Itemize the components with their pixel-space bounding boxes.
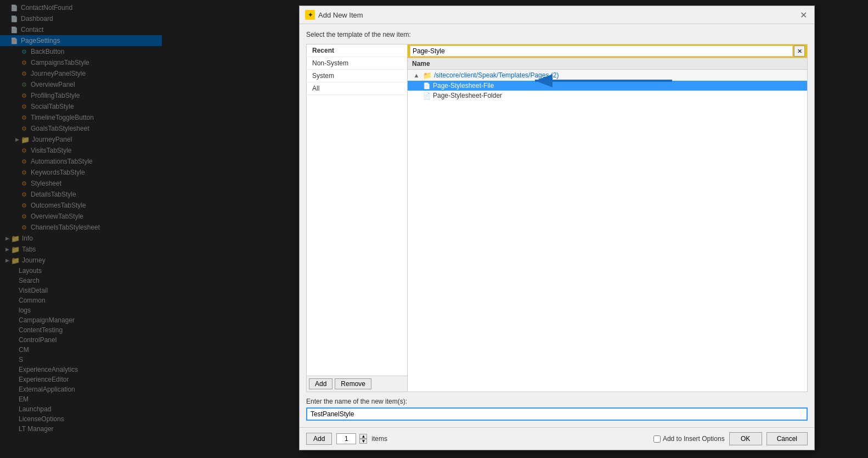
template-panel: ✕ Name ▲ 📁 /sitecore/client/Speak/Templa… (408, 44, 808, 392)
folder-icon: 📁 (423, 71, 432, 80)
category-list: RecentNon-SystemSystemAll (307, 44, 407, 95)
template-search-input[interactable] (410, 46, 793, 57)
tree-collapse-button[interactable]: ▲ (412, 71, 421, 80)
modal-title-icon: ✦ (305, 10, 315, 20)
template-search-clear-button[interactable]: ✕ (794, 46, 805, 57)
modal-titlebar: ✦ Add New Item ✕ (300, 6, 814, 24)
footer-checkbox-row: Add to Insert Options (653, 435, 725, 443)
footer-items-label: items (371, 435, 387, 443)
category-panel: RecentNon-SystemSystemAll Add Remove (306, 44, 408, 392)
footer-ok-button[interactable]: OK (729, 432, 762, 445)
name-label: Enter the name of the new item(s): (306, 398, 808, 405)
tree-item-icon: 📄 (423, 92, 431, 99)
footer-checkbox-label: Add to Insert Options (663, 435, 725, 443)
tree-items-container: 📄Page-Stylesheet-File📄Page-Stylesheet-Fo… (408, 81, 807, 100)
category-item-system[interactable]: System (307, 70, 407, 82)
category-buttons: Add Remove (307, 376, 407, 392)
footer-cancel-button[interactable]: Cancel (766, 432, 808, 445)
modal-footer: Add ▲ ▼ items Add to Insert Options OK C… (300, 427, 814, 450)
footer-spinner: ▲ ▼ (359, 434, 367, 444)
category-item-non-system[interactable]: Non-System (307, 57, 407, 70)
template-search-row: ✕ (408, 44, 807, 58)
tree-folder-link[interactable]: /sitecore/client/Speak/Templates/Pages (… (434, 71, 559, 79)
modal-title: Add New Item (318, 11, 798, 19)
template-col-header: Name (408, 58, 807, 70)
modal-content-area: RecentNon-SystemSystemAll Add Remove ✕ N… (306, 44, 808, 392)
modal-prompt: Select the template of the new item: (306, 31, 808, 38)
add-new-item-dialog: ✦ Add New Item ✕ Select the template of … (299, 5, 815, 450)
tree-item-label: Page-Stylesheet-File (433, 82, 494, 90)
tree-item-icon: 📄 (423, 82, 431, 90)
name-input[interactable] (306, 407, 808, 421)
name-section: Enter the name of the new item(s): (306, 398, 808, 421)
tree-item-label: Page-Stylesheet-Folder (433, 92, 502, 99)
modal-body: Select the template of the new item: Rec… (300, 24, 814, 427)
category-remove-button[interactable]: Remove (335, 378, 371, 389)
tree-folder-row[interactable]: ▲ 📁 /sitecore/client/Speak/Templates/Pag… (408, 70, 807, 81)
footer-count-input[interactable] (336, 433, 356, 444)
tree-item-page-stylesheet-file[interactable]: 📄Page-Stylesheet-File (408, 81, 807, 91)
category-item-all[interactable]: All (307, 82, 407, 95)
category-add-button[interactable]: Add (309, 378, 332, 389)
spinner-up-button[interactable]: ▲ (359, 434, 367, 439)
modal-close-button[interactable]: ✕ (798, 9, 809, 20)
spinner-down-button[interactable]: ▼ (359, 439, 367, 444)
add-to-insert-options-checkbox[interactable] (653, 435, 661, 443)
footer-add-button[interactable]: Add (306, 433, 332, 445)
tree-item-page-stylesheet-folder[interactable]: 📄Page-Stylesheet-Folder (408, 91, 807, 100)
template-tree: ▲ 📁 /sitecore/client/Speak/Templates/Pag… (408, 70, 807, 392)
category-item-recent[interactable]: Recent (307, 44, 407, 57)
